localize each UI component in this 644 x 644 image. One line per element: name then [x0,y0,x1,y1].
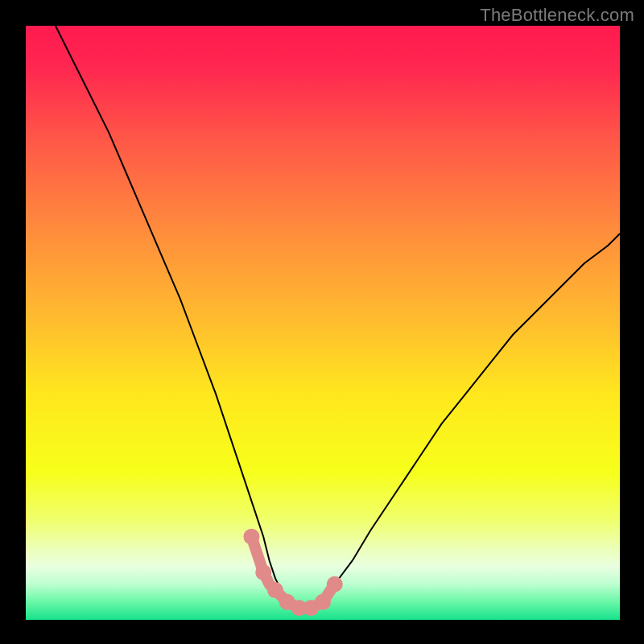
chart-stage: TheBottleneck.com [0,0,644,644]
highlight-dot [267,582,283,598]
plot-background [26,26,620,620]
highlight-dot [315,594,331,610]
highlight-dot [243,529,259,545]
bottleneck-chart [0,0,644,644]
watermark-label: TheBottleneck.com [480,5,634,26]
highlight-dot [327,576,343,592]
highlight-dot [255,564,271,580]
